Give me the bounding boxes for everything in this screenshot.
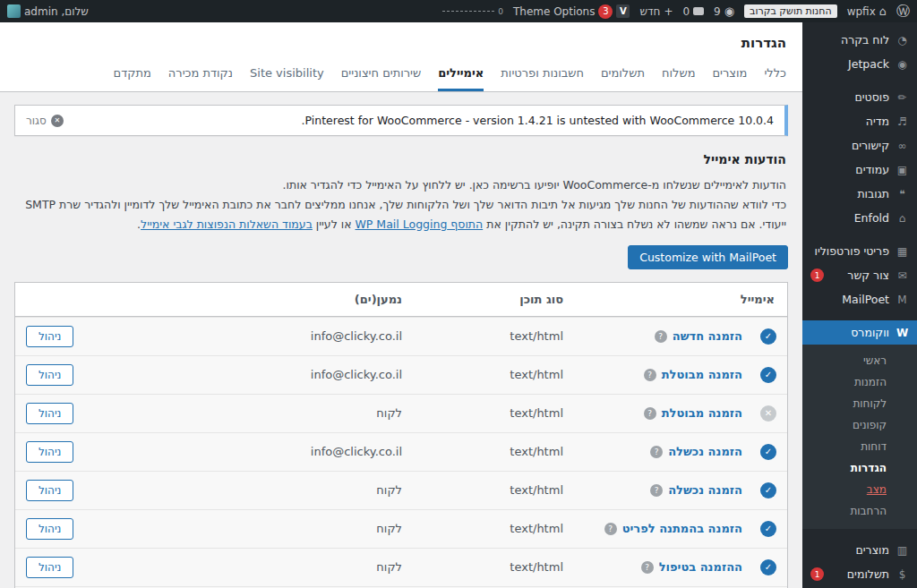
table-row: ✕ הזמנה מבוטלת ? text/html לקוח ניהול [15, 394, 787, 432]
email-name-link[interactable]: הזמנה נכשלה [668, 483, 742, 497]
tab-emails[interactable]: אימיילים [438, 66, 484, 91]
settings-tabs: כללי מוצרים משלוח תשלומים חשבונות ופרטיו… [16, 66, 786, 91]
woocommerce-submenu: ראשי הזמנות לקוחות קופונים דוחות הגדרות … [802, 345, 917, 529]
status-cell: ✓ [748, 328, 787, 345]
email-name-link[interactable]: הזמנה חדשה [673, 329, 742, 343]
submenu-item-reports[interactable]: דוחות [802, 436, 917, 457]
sidebar-item-label: לוח בקרה [810, 33, 889, 47]
manage-button[interactable]: ניהול [26, 480, 73, 501]
tab-payments[interactable]: תשלומים [601, 66, 645, 91]
greeting-label: שלום, admin [24, 5, 89, 18]
manage-button[interactable]: ניהול [26, 326, 73, 347]
site-name: wpfix [847, 5, 876, 18]
tab-integration[interactable]: שירותים חיצוניים [341, 66, 422, 91]
sidebar-item-comments[interactable]: ❝ תגובות [802, 182, 917, 206]
email-name-link[interactable]: הזמנה מבוטלת [662, 368, 742, 381]
email-name-link[interactable]: הזמנה מבוטלת [662, 406, 742, 420]
tab-shipping[interactable]: משלוח [662, 66, 695, 91]
help-tip-icon[interactable]: ? [650, 446, 663, 458]
email-name-cell: הזמנה מבוטלת ? [569, 406, 748, 420]
sidebar-item-contact[interactable]: ✉ צור קשר 1 [802, 263, 917, 287]
sidebar-item-woocommerce[interactable]: W ווקומרס [802, 320, 917, 345]
submenu-item-home[interactable]: ראשי [802, 350, 917, 371]
manage-button[interactable]: ניהול [26, 557, 73, 578]
help-tip-icon[interactable]: ? [641, 561, 654, 574]
recipient-cell: לקוח [123, 406, 407, 420]
content-type-cell: text/html [407, 406, 569, 420]
action-cell: ניהול [15, 441, 123, 463]
submenu-item-orders[interactable]: הזמנות [802, 371, 917, 393]
sidebar-item-posts[interactable]: ✏ פוסטים [802, 85, 917, 109]
sidebar-item-payments[interactable]: $ תשלומים 1 [802, 562, 917, 586]
sidebar-item-pages[interactable]: ▣ עמודים [802, 158, 917, 182]
pages-icon: ▣ [896, 164, 909, 176]
customize-with-mailpoet-button[interactable]: Customize with MailPoet [628, 245, 788, 269]
sidebar-item-enfold[interactable]: ⌂ Enfold [802, 206, 917, 230]
action-cell: ניהול [15, 403, 123, 424]
sidebar-item-dashboard[interactable]: ◔ לוח בקרה [802, 28, 917, 52]
account-menu[interactable]: שלום, admin [7, 4, 89, 18]
email-name-link[interactable]: ההזמנה בטיפול [659, 560, 742, 574]
site-link[interactable]: ⌂ wpfix [847, 5, 887, 18]
recipient-cell: לקוח [123, 560, 407, 574]
manage-button[interactable]: ניהול [26, 364, 73, 386]
sidebar-item-portfolio[interactable]: ▦ פריטי פורטפוליו [802, 239, 917, 263]
store-launch-badge[interactable]: החנות תושק בקרוב [744, 4, 837, 18]
status-cell: ✓ [748, 367, 787, 383]
email-name-link[interactable]: הזמנה בהמתנה לפריט [622, 522, 742, 535]
email-faq-link[interactable]: בעמוד השאלות הנפוצות לגבי אימייל [141, 217, 313, 231]
sidebar-item-label: MailPoet [810, 293, 889, 306]
tab-general[interactable]: כללי [764, 66, 786, 91]
email-name-cell: הזמנה נכשלה ? [569, 445, 748, 458]
action-cell: ניהול [15, 364, 123, 386]
sidebar-item-products[interactable]: ▥ מוצרים [802, 538, 917, 562]
theme-options-menu[interactable]: V 3 Theme Options [513, 4, 630, 19]
recipient-cell: info@clicky.co.il [123, 329, 407, 343]
email-name-link[interactable]: הזמנה נכשלה [668, 445, 742, 458]
tab-products[interactable]: מוצרים [712, 66, 747, 91]
tab-advanced[interactable]: מתקדם [114, 66, 151, 91]
wp-mail-logging-link[interactable]: התוסף WP Mail Logging [356, 217, 484, 231]
sidebar-separator [802, 311, 917, 320]
settings-header: הגדרות כללי מוצרים משלוח תשלומים חשבונות… [0, 22, 802, 92]
manage-button[interactable]: ניהול [26, 441, 73, 463]
tab-accounts-privacy[interactable]: חשבונות ופרטיות [501, 66, 584, 91]
help-tip-icon[interactable]: ? [644, 407, 656, 420]
dismiss-notice-button[interactable]: ✕ סגור [26, 115, 64, 127]
enabled-check-icon: ✓ [760, 367, 776, 383]
help-tip-icon[interactable]: ? [604, 523, 617, 535]
manage-button[interactable]: ניהול [26, 403, 73, 424]
sidebar-item-media[interactable]: ♬ מדיה [802, 109, 917, 133]
submenu-item-coupons[interactable]: קופונים [802, 414, 917, 436]
help-tip-icon[interactable]: ? [644, 369, 656, 381]
store-visibility[interactable]: ◉ 9 [714, 5, 734, 18]
home-icon: ⌂ [879, 5, 887, 17]
wordpress-logo-icon: Ⓦ [896, 4, 910, 18]
sidebar-item-label: ווקומרס [810, 326, 889, 339]
submenu-item-customers[interactable]: לקוחות [802, 393, 917, 414]
submenu-item-extensions[interactable]: הרחבות [802, 500, 917, 522]
tab-point-of-sale[interactable]: נקודת מכירה [168, 66, 233, 91]
new-content-menu[interactable]: + חדש [639, 5, 673, 18]
table-row: ✓ הזמנה חדשה ? text/html info@clicky.co.… [15, 317, 787, 355]
help-tip-icon[interactable]: ? [650, 484, 663, 497]
column-header-recipients: נמען(ים) [123, 293, 407, 306]
enabled-check-icon: ✓ [760, 444, 776, 460]
recipient-cell: לקוח [123, 483, 407, 497]
emails-intro-text: הודעות לאימיילים שנשלחו מ-WooCommerce יו… [16, 175, 786, 195]
submenu-item-status[interactable]: מצב [802, 479, 917, 500]
submenu-item-settings[interactable]: הגדרות [802, 457, 917, 479]
recipient-cell: info@clicky.co.il [123, 368, 407, 381]
sidebar-item-jetpack[interactable]: ◉ Jetpack [802, 52, 917, 76]
plugin-notice: Pinterest for WooCommerce - version 1.4.… [14, 105, 788, 136]
help-tip-icon[interactable]: ? [655, 330, 667, 343]
sidebar-item-label: עמודים [810, 163, 889, 176]
content-type-cell: text/html [407, 445, 569, 458]
tab-site-visibility[interactable]: Site visibility [250, 66, 324, 91]
wordpress-menu[interactable]: Ⓦ [896, 4, 910, 18]
comments-shortcut[interactable]: 0 [682, 5, 704, 18]
manage-button[interactable]: ניהול [26, 518, 73, 540]
sidebar-item-mailpoet[interactable]: M MailPoet [802, 287, 917, 311]
sidebar-item-label: מוצרים [810, 543, 889, 557]
sidebar-item-links[interactable]: ∞ קישורים [802, 133, 917, 158]
